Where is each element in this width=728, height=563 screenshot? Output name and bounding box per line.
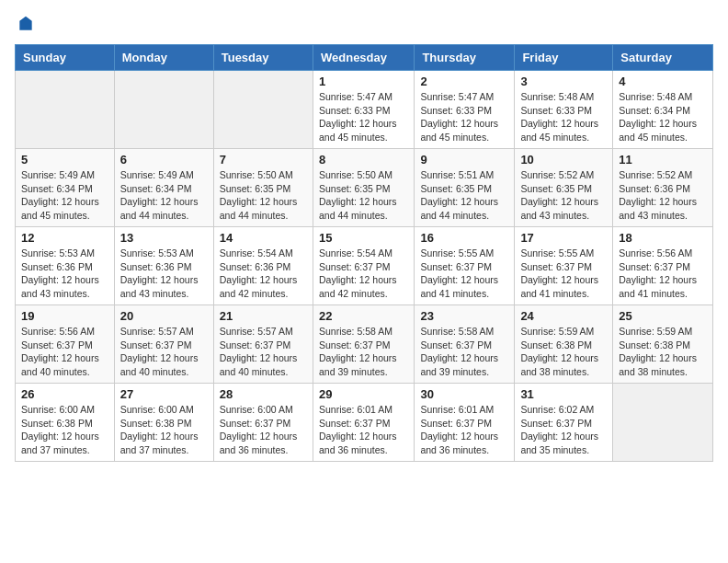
header-tuesday: Tuesday (213, 45, 313, 71)
day-cell: 12Sunrise: 5:53 AM Sunset: 6:36 PM Dayli… (16, 227, 115, 305)
day-info: Sunrise: 5:48 AM Sunset: 6:33 PM Dayligh… (520, 90, 607, 144)
day-number: 18 (619, 231, 707, 245)
day-number: 2 (420, 75, 508, 88)
day-cell: 13Sunrise: 5:53 AM Sunset: 6:36 PM Dayli… (114, 227, 213, 305)
day-cell: 27Sunrise: 6:00 AM Sunset: 6:38 PM Dayli… (114, 384, 213, 462)
day-number: 27 (120, 387, 208, 401)
day-number: 26 (21, 387, 108, 401)
day-number: 20 (120, 309, 208, 323)
day-cell: 14Sunrise: 5:54 AM Sunset: 6:36 PM Dayli… (213, 227, 313, 305)
day-info: Sunrise: 5:58 AM Sunset: 6:37 PM Dayligh… (420, 325, 508, 379)
day-cell: 9Sunrise: 5:51 AM Sunset: 6:35 PM Daylig… (415, 149, 515, 227)
day-info: Sunrise: 5:57 AM Sunset: 6:37 PM Dayligh… (120, 325, 208, 379)
calendar-header-row: SundayMondayTuesdayWednesdayThursdayFrid… (16, 45, 713, 71)
day-info: Sunrise: 6:02 AM Sunset: 6:37 PM Dayligh… (520, 403, 607, 457)
header-friday: Friday (515, 45, 613, 71)
day-number: 29 (319, 387, 408, 401)
logo-icon (17, 15, 35, 33)
day-cell: 2Sunrise: 5:47 AM Sunset: 6:33 PM Daylig… (415, 71, 515, 149)
day-cell: 24Sunrise: 5:59 AM Sunset: 6:38 PM Dayli… (515, 305, 613, 384)
week-row-4: 19Sunrise: 5:56 AM Sunset: 6:37 PM Dayli… (16, 305, 713, 384)
day-info: Sunrise: 5:57 AM Sunset: 6:37 PM Dayligh… (220, 325, 307, 379)
day-number: 10 (520, 153, 607, 167)
day-cell: 30Sunrise: 6:01 AM Sunset: 6:37 PM Dayli… (415, 384, 515, 462)
day-number: 13 (120, 231, 208, 245)
day-number: 24 (520, 309, 607, 323)
day-number: 30 (420, 387, 508, 401)
day-info: Sunrise: 5:50 AM Sunset: 6:35 PM Dayligh… (319, 168, 408, 223)
day-cell (16, 71, 115, 149)
day-cell: 16Sunrise: 5:55 AM Sunset: 6:37 PM Dayli… (415, 227, 515, 305)
day-info: Sunrise: 5:51 AM Sunset: 6:35 PM Dayligh… (420, 168, 508, 223)
day-cell: 8Sunrise: 5:50 AM Sunset: 6:35 PM Daylig… (313, 149, 414, 227)
day-number: 6 (120, 153, 208, 167)
day-number: 5 (21, 153, 108, 167)
day-number: 31 (520, 387, 607, 401)
logo (15, 15, 37, 33)
day-number: 1 (319, 75, 408, 88)
day-info: Sunrise: 5:55 AM Sunset: 6:37 PM Dayligh… (520, 247, 607, 301)
day-info: Sunrise: 6:00 AM Sunset: 6:38 PM Dayligh… (21, 403, 108, 457)
day-cell: 5Sunrise: 5:49 AM Sunset: 6:34 PM Daylig… (16, 149, 115, 227)
day-info: Sunrise: 6:00 AM Sunset: 6:38 PM Dayligh… (120, 403, 208, 457)
week-row-2: 5Sunrise: 5:49 AM Sunset: 6:34 PM Daylig… (16, 149, 713, 227)
week-row-1: 1Sunrise: 5:47 AM Sunset: 6:33 PM Daylig… (16, 71, 713, 149)
day-cell: 1Sunrise: 5:47 AM Sunset: 6:33 PM Daylig… (313, 71, 414, 149)
day-cell: 29Sunrise: 6:01 AM Sunset: 6:37 PM Dayli… (313, 384, 414, 462)
day-number: 21 (220, 309, 307, 323)
header-saturday: Saturday (613, 45, 713, 71)
day-cell: 10Sunrise: 5:52 AM Sunset: 6:35 PM Dayli… (515, 149, 613, 227)
day-number: 19 (21, 309, 108, 323)
day-cell: 26Sunrise: 6:00 AM Sunset: 6:38 PM Dayli… (16, 384, 115, 462)
day-cell (213, 71, 313, 149)
day-number: 3 (520, 75, 607, 88)
day-number: 28 (220, 387, 307, 401)
day-cell: 3Sunrise: 5:48 AM Sunset: 6:33 PM Daylig… (515, 71, 613, 149)
day-number: 9 (420, 153, 508, 167)
day-info: Sunrise: 5:55 AM Sunset: 6:37 PM Dayligh… (420, 247, 508, 301)
day-cell (613, 384, 713, 462)
day-info: Sunrise: 5:53 AM Sunset: 6:36 PM Dayligh… (120, 247, 208, 301)
day-info: Sunrise: 5:56 AM Sunset: 6:37 PM Dayligh… (21, 325, 108, 379)
day-number: 11 (619, 153, 707, 167)
day-number: 7 (220, 153, 307, 167)
day-info: Sunrise: 5:58 AM Sunset: 6:37 PM Dayligh… (319, 325, 408, 379)
day-info: Sunrise: 5:53 AM Sunset: 6:36 PM Dayligh… (21, 247, 108, 301)
day-cell: 17Sunrise: 5:55 AM Sunset: 6:37 PM Dayli… (515, 227, 613, 305)
day-cell: 15Sunrise: 5:54 AM Sunset: 6:37 PM Dayli… (313, 227, 414, 305)
day-info: Sunrise: 5:48 AM Sunset: 6:34 PM Dayligh… (619, 90, 707, 144)
day-number: 16 (420, 231, 508, 245)
day-cell (114, 71, 213, 149)
day-info: Sunrise: 5:50 AM Sunset: 6:35 PM Dayligh… (220, 168, 307, 223)
day-info: Sunrise: 5:49 AM Sunset: 6:34 PM Dayligh… (120, 168, 208, 223)
day-cell: 23Sunrise: 5:58 AM Sunset: 6:37 PM Dayli… (415, 305, 515, 384)
day-cell: 22Sunrise: 5:58 AM Sunset: 6:37 PM Dayli… (313, 305, 414, 384)
day-info: Sunrise: 5:59 AM Sunset: 6:38 PM Dayligh… (619, 325, 707, 379)
week-row-5: 26Sunrise: 6:00 AM Sunset: 6:38 PM Dayli… (16, 384, 713, 462)
day-info: Sunrise: 5:52 AM Sunset: 6:35 PM Dayligh… (520, 168, 607, 223)
day-number: 15 (319, 231, 408, 245)
day-cell: 19Sunrise: 5:56 AM Sunset: 6:37 PM Dayli… (16, 305, 115, 384)
header-thursday: Thursday (415, 45, 515, 71)
day-info: Sunrise: 5:59 AM Sunset: 6:38 PM Dayligh… (520, 325, 607, 379)
header-wednesday: Wednesday (313, 45, 414, 71)
day-number: 25 (619, 309, 707, 323)
day-cell: 6Sunrise: 5:49 AM Sunset: 6:34 PM Daylig… (114, 149, 213, 227)
day-info: Sunrise: 6:01 AM Sunset: 6:37 PM Dayligh… (319, 403, 408, 457)
day-info: Sunrise: 5:52 AM Sunset: 6:36 PM Dayligh… (619, 168, 707, 223)
day-number: 12 (21, 231, 108, 245)
day-number: 22 (319, 309, 408, 323)
day-number: 17 (520, 231, 607, 245)
week-row-3: 12Sunrise: 5:53 AM Sunset: 6:36 PM Dayli… (16, 227, 713, 305)
day-number: 4 (619, 75, 707, 88)
header-sunday: Sunday (16, 45, 115, 71)
day-cell: 11Sunrise: 5:52 AM Sunset: 6:36 PM Dayli… (613, 149, 713, 227)
day-info: Sunrise: 5:56 AM Sunset: 6:37 PM Dayligh… (619, 247, 707, 301)
day-cell: 4Sunrise: 5:48 AM Sunset: 6:34 PM Daylig… (613, 71, 713, 149)
header-monday: Monday (114, 45, 213, 71)
day-cell: 21Sunrise: 5:57 AM Sunset: 6:37 PM Dayli… (213, 305, 313, 384)
calendar: SundayMondayTuesdayWednesdayThursdayFrid… (15, 44, 713, 462)
day-cell: 31Sunrise: 6:02 AM Sunset: 6:37 PM Dayli… (515, 384, 613, 462)
day-info: Sunrise: 5:54 AM Sunset: 6:37 PM Dayligh… (319, 247, 408, 301)
day-number: 23 (420, 309, 508, 323)
